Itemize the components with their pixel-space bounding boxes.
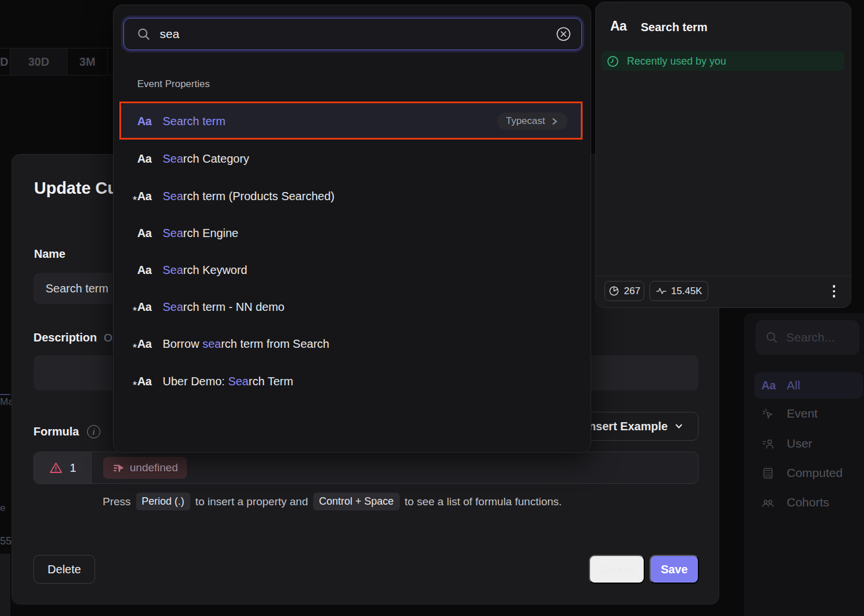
detail-footer-divider — [596, 276, 851, 276]
result-search-category[interactable]: Aa Search Category — [121, 140, 583, 177]
activity-icon — [656, 286, 667, 296]
custom-asterisk: * — [133, 341, 137, 354]
property-type-sidebar: Aa All Event User Computed Cohorts — [744, 313, 864, 616]
search-icon — [765, 330, 779, 344]
sidebar-item-computed[interactable]: Computed — [754, 460, 863, 486]
recently-used-badge: Recently used by you — [601, 51, 844, 71]
custom-text-property-icon: Aa* — [137, 375, 157, 388]
clear-search-button[interactable] — [555, 26, 572, 42]
detail-title: Search term — [641, 21, 708, 34]
clear-circle-icon — [555, 26, 572, 42]
name-value: Search term — [46, 282, 108, 295]
result-borrow-search-term[interactable]: Aa* Borrow search term from Search — [121, 325, 583, 362]
text-property-icon: Aa — [137, 152, 157, 166]
distinct-values-pill[interactable]: 267 — [604, 281, 644, 301]
chevron-right-icon — [550, 117, 559, 126]
result-search-keyword[interactable]: Aa Search Keyword — [121, 251, 583, 288]
info-icon[interactable]: i — [87, 425, 100, 438]
chart-text-fragment: e — [0, 502, 7, 514]
result-uber-demo-search-term[interactable]: Aa* Uber Demo: Search Term — [121, 363, 583, 400]
custom-asterisk: * — [133, 305, 137, 317]
event-volume-pill[interactable]: 15.45K — [649, 281, 708, 301]
name-label: Name — [34, 247, 65, 261]
typecast-badge[interactable]: Typecast — [497, 112, 568, 130]
result-label: Search term - NN demo — [163, 301, 284, 314]
result-label: Uber Demo: Search Term — [163, 375, 293, 388]
modal-title: Update Cu — [34, 179, 118, 198]
tab-30d[interactable]: 30D — [10, 48, 67, 75]
formula-label-row: Formula i — [33, 425, 100, 438]
formula-undefined-icon — [112, 462, 125, 474]
kebab-menu-icon[interactable] — [825, 282, 843, 301]
chevron-down-icon — [674, 422, 683, 431]
warning-icon — [49, 461, 63, 475]
result-label: Search Category — [163, 152, 249, 166]
search-input[interactable] — [160, 27, 555, 41]
text-property-icon: Aa — [610, 18, 626, 34]
formula-label: Formula — [33, 425, 79, 438]
tab-3m[interactable]: 3M — [67, 48, 108, 75]
calculator-icon — [761, 467, 775, 480]
tab-fragment[interactable]: D — [0, 48, 10, 75]
result-search-term-products-searched[interactable]: Aa* Search term (Products Searched) — [121, 178, 583, 215]
app-root: D 30D 3M May e 55 Update Cu Name Search … — [0, 0, 864, 616]
text-property-icon: Aa — [137, 115, 157, 128]
search-icon — [136, 27, 151, 42]
save-button[interactable]: Save — [649, 555, 699, 584]
sidebar-search-field[interactable] — [786, 330, 844, 344]
user-icon — [761, 437, 775, 450]
cohorts-icon — [761, 496, 775, 509]
result-search-term-nn-demo[interactable]: Aa* Search term - NN demo — [121, 288, 583, 325]
formula-hint: Press Period (.) to insert a property an… — [103, 493, 562, 510]
cancel-button[interactable]: Cancel — [589, 555, 645, 584]
result-label: Search Engine — [163, 227, 238, 240]
custom-text-property-icon: Aa* — [137, 301, 157, 314]
date-range-tabs: D 30D 3M — [0, 48, 113, 76]
property-detail-panel: Aa Search term Recently used by you 267 … — [595, 2, 851, 308]
sidebar-item-user[interactable]: User — [754, 430, 863, 457]
sidebar-item-cohorts[interactable]: Cohorts — [754, 489, 863, 516]
pie-chart-icon — [608, 286, 619, 296]
result-search-term[interactable]: Aa Search term Typecast — [121, 103, 583, 140]
result-search-engine[interactable]: Aa Search Engine — [121, 215, 583, 251]
formula-input[interactable]: 1 undefined — [33, 452, 698, 484]
sidebar-search-input[interactable] — [756, 320, 859, 355]
text-property-icon: Aa — [137, 227, 157, 240]
clock-icon — [606, 55, 619, 68]
delete-button[interactable]: Delete — [33, 555, 95, 584]
custom-text-property-icon: Aa* — [137, 337, 157, 351]
custom-asterisk: * — [133, 194, 137, 206]
result-label: Search Keyword — [163, 264, 247, 277]
search-bar[interactable] — [123, 18, 582, 50]
chart-line-fragment — [0, 394, 10, 395]
error-count: 1 — [70, 461, 76, 475]
background-panel-fragment — [0, 554, 10, 616]
result-label: Search term (Products Searched) — [163, 190, 335, 203]
formula-undefined-chip[interactable]: undefined — [103, 457, 187, 479]
text-property-icon: Aa — [137, 264, 157, 277]
result-label: Borrow search term from Search — [163, 337, 329, 351]
section-header-event-properties: Event Properties — [137, 78, 210, 90]
result-label: Search term — [163, 115, 226, 128]
text-property-icon: Aa — [761, 379, 776, 392]
keyboard-shortcut-period: Period (.) — [136, 493, 190, 510]
custom-asterisk: * — [133, 379, 137, 392]
keyboard-shortcut-ctrl-space: Control + Space — [313, 493, 400, 510]
formula-error-badge: 1 — [34, 452, 92, 483]
custom-text-property-icon: Aa* — [137, 190, 157, 203]
sidebar-item-all[interactable]: Aa All — [754, 372, 863, 399]
property-search-dropdown: Event Properties Aa Search term Typecast… — [113, 5, 591, 453]
sidebar-item-event[interactable]: Event — [754, 400, 863, 427]
cursor-click-icon — [761, 407, 775, 420]
